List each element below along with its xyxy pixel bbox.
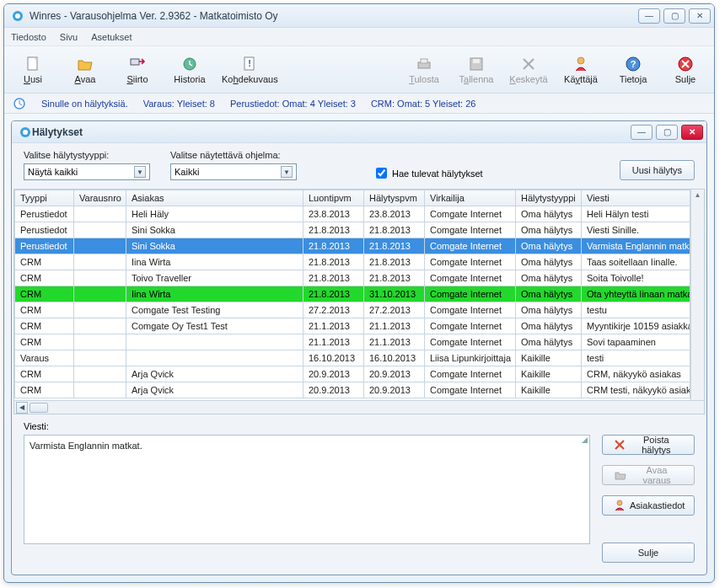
status-lead: Sinulle on hälytyksiä. bbox=[41, 99, 128, 109]
cell-tyyppi: Perustiedot bbox=[15, 222, 74, 238]
tool-historia[interactable]: Historia bbox=[169, 56, 210, 84]
cell-viesti: Ota yhteyttä Iinaan matkan s bbox=[582, 286, 690, 302]
cell-haly: 21.8.2013 bbox=[364, 238, 425, 254]
table-row[interactable]: CRMArja Qvick20.9.201320.9.2013Comgate I… bbox=[15, 382, 690, 398]
menu-tiedosto[interactable]: Tiedosto bbox=[11, 32, 46, 42]
fetch-upcoming-label: Hae tulevat hälytykset bbox=[392, 168, 483, 179]
cell-viesti: Soita Toivolle! bbox=[582, 270, 690, 286]
delete-alert-button[interactable]: Poista hälytys bbox=[602, 435, 695, 455]
tool-kayttaja[interactable]: Käyttäjä bbox=[561, 56, 601, 84]
table-row[interactable]: PerustiedotHeli Häly23.8.201323.8.2013Co… bbox=[15, 206, 690, 222]
status-perustiedot[interactable]: Perustiedot: Omat: 4 Yleiset: 3 bbox=[230, 99, 356, 109]
document-info-icon: ! bbox=[241, 56, 258, 72]
tool-sulje[interactable]: Sulje bbox=[665, 56, 706, 84]
inner-maximize-button[interactable]: ▢ bbox=[656, 125, 678, 140]
table-row[interactable]: CRMToivo Traveller21.8.201321.8.2013Comg… bbox=[15, 270, 690, 286]
cell-asiakas: Comgate Test Testing bbox=[126, 302, 303, 318]
cell-haly: 21.8.2013 bbox=[364, 270, 425, 286]
svg-rect-10 bbox=[473, 59, 480, 63]
col-viesti[interactable]: Viesti bbox=[582, 190, 690, 206]
maximize-button[interactable]: ▢ bbox=[663, 8, 685, 24]
clock-icon bbox=[13, 97, 26, 110]
menu-sivu[interactable]: Sivu bbox=[60, 32, 78, 42]
tool-avaa[interactable]: Avaa bbox=[65, 56, 105, 84]
status-bar: Sinulle on hälytyksiä. Varaus: Yleiset: … bbox=[4, 94, 714, 114]
tool-kohdekuvaus[interactable]: ! Kohdekuvaus bbox=[222, 56, 278, 84]
cell-haly: 20.9.2013 bbox=[364, 366, 425, 382]
table-row[interactable]: CRMComgate Oy Test1 Test21.1.201321.1.20… bbox=[15, 318, 690, 334]
open-booking-button[interactable]: Avaa varaus bbox=[602, 465, 695, 485]
filter-prog-combo[interactable]: Kaikki ▼ bbox=[170, 163, 297, 180]
cell-virk: Comgate Internet bbox=[425, 206, 516, 222]
cell-luonti: 21.8.2013 bbox=[303, 286, 364, 302]
cell-virk: Comgate Internet bbox=[425, 382, 516, 398]
tool-keskeyta[interactable]: Keskeytä bbox=[508, 56, 549, 84]
folder-icon bbox=[615, 469, 626, 481]
cell-tyyppi: CRM bbox=[15, 270, 74, 286]
cell-virk: Comgate Internet bbox=[425, 238, 516, 254]
table-row[interactable]: CRMComgate Test Testing27.2.201327.2.201… bbox=[15, 302, 690, 318]
inner-close-button[interactable]: ✕ bbox=[681, 125, 703, 140]
table-row[interactable]: CRMIina Wirta21.8.201331.10.2013Comgate … bbox=[15, 286, 690, 302]
vertical-scrollbar[interactable]: ▲ bbox=[690, 190, 704, 400]
col-halytyspvm[interactable]: Hälytyspvm bbox=[364, 190, 425, 206]
cell-asiakas: Heli Häly bbox=[126, 206, 303, 222]
tool-tietoja[interactable]: ? Tietoja bbox=[613, 56, 653, 84]
col-asiakas[interactable]: Asiakas bbox=[126, 190, 303, 206]
cell-varausnro bbox=[74, 270, 126, 286]
table-row[interactable]: Varaus16.10.201316.10.2013Liisa Lipunkir… bbox=[15, 350, 690, 366]
cell-viesti: CRM testi, näkyykö asiakasni bbox=[582, 382, 690, 398]
table-row[interactable]: PerustiedotSini Sokka21.8.201321.8.2013C… bbox=[15, 238, 690, 254]
horizontal-scrollbar[interactable]: ◀ bbox=[14, 400, 704, 414]
col-virkailija[interactable]: Virkailija bbox=[425, 190, 516, 206]
scroll-thumb[interactable] bbox=[30, 403, 48, 413]
close-dialog-button[interactable]: Sulje bbox=[602, 543, 695, 563]
status-crm[interactable]: CRM: Omat: 5 Yleiset: 26 bbox=[371, 99, 476, 109]
cell-luonti: 23.8.2013 bbox=[303, 206, 364, 222]
help-icon: ? bbox=[625, 56, 642, 72]
tool-uusi[interactable]: Uusi bbox=[13, 56, 53, 84]
menu-asetukset[interactable]: Asetukset bbox=[91, 32, 132, 42]
viesti-label: Viesti: bbox=[24, 421, 590, 431]
col-tyyppi[interactable]: Tyyppi bbox=[15, 190, 74, 206]
cell-varausnro bbox=[74, 302, 126, 318]
cell-tyyppi: Perustiedot bbox=[15, 238, 74, 254]
cell-htyyp: Oma hälytys bbox=[516, 270, 582, 286]
cell-varausnro bbox=[74, 238, 126, 254]
filter-type-combo[interactable]: Näytä kaikki ▼ bbox=[24, 163, 150, 180]
viesti-textbox[interactable]: Varmista Englannin matkat. bbox=[24, 435, 590, 544]
minimize-button[interactable]: — bbox=[638, 8, 660, 24]
cell-tyyppi: CRM bbox=[15, 286, 74, 302]
tool-siirto[interactable]: Siirto bbox=[117, 56, 158, 84]
filters-row: Valitse hälytystyyppi: Näytä kaikki ▼ Va… bbox=[12, 143, 706, 189]
table-row[interactable]: PerustiedotSini Sokka21.8.201321.8.2013C… bbox=[15, 222, 690, 238]
alerts-icon bbox=[19, 126, 32, 139]
col-varausnro[interactable]: Varausnro bbox=[74, 190, 126, 206]
col-luontipvm[interactable]: Luontipvm bbox=[303, 190, 364, 206]
tool-tulosta[interactable]: Tulosta bbox=[404, 56, 444, 84]
resize-grip-icon bbox=[582, 437, 588, 443]
svg-point-17 bbox=[23, 130, 28, 135]
cell-htyyp: Oma hälytys bbox=[516, 318, 582, 334]
table-row[interactable]: CRM21.1.201321.1.2013Comgate InternetOma… bbox=[15, 334, 690, 350]
cell-viesti: CRM, näkyykö asiakas bbox=[582, 366, 690, 382]
table-row[interactable]: CRMArja Qvick20.9.201320.9.2013Comgate I… bbox=[15, 366, 690, 382]
cell-virk: Comgate Internet bbox=[425, 334, 516, 350]
cancel-icon bbox=[520, 56, 537, 72]
new-alert-button[interactable]: Uusi hälytys bbox=[620, 160, 695, 180]
main-titlebar: Winres - Varausohjelma Ver. 2.9362 - Mat… bbox=[4, 4, 714, 28]
close-button[interactable]: ✕ bbox=[689, 8, 711, 24]
customer-info-button[interactable]: Asiakastiedot bbox=[602, 495, 695, 516]
col-halytystyyppi[interactable]: Hälytystyyppi bbox=[516, 190, 582, 206]
cell-tyyppi: CRM bbox=[15, 366, 74, 382]
scroll-left-icon[interactable]: ◀ bbox=[16, 402, 28, 414]
cell-viesti: Varmista Englannin matkat. bbox=[582, 238, 690, 254]
table-row[interactable]: CRMIina Wirta21.8.201321.8.2013Comgate I… bbox=[15, 254, 690, 270]
fetch-upcoming-checkbox[interactable] bbox=[376, 168, 387, 179]
inner-minimize-button[interactable]: — bbox=[631, 125, 652, 140]
chevron-down-icon: ▼ bbox=[134, 166, 146, 178]
svg-point-1 bbox=[15, 13, 20, 19]
tool-tallenna[interactable]: Tallenna bbox=[456, 56, 497, 84]
status-varaus[interactable]: Varaus: Yleiset: 8 bbox=[143, 99, 215, 109]
cell-tyyppi: CRM bbox=[15, 334, 74, 350]
